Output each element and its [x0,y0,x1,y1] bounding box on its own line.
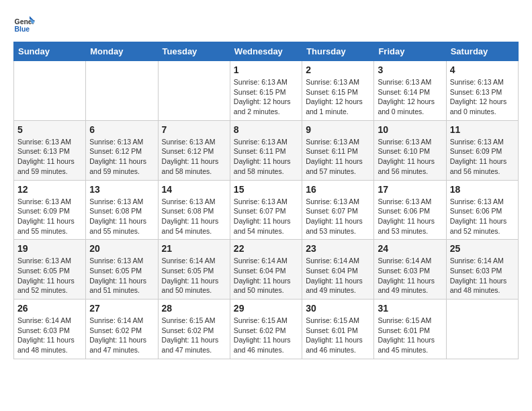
day-detail: Sunrise: 6:14 AMSunset: 6:05 PMDaylight:… [162,256,226,295]
weekday-header-thursday: Thursday [302,42,374,61]
day-number: 7 [162,124,226,135]
day-detail: Sunrise: 6:15 AMSunset: 6:02 PMDaylight:… [234,316,298,355]
day-number: 24 [378,243,442,254]
day-detail: Sunrise: 6:13 AMSunset: 6:13 PMDaylight:… [17,137,82,177]
day-cell: 1Sunrise: 6:13 AMSunset: 6:15 PMDaylight… [230,61,302,121]
day-cell: 6Sunrise: 6:13 AMSunset: 6:12 PMDaylight… [86,120,158,180]
day-cell: 8Sunrise: 6:13 AMSunset: 6:11 PMDaylight… [230,120,302,180]
day-number: 10 [378,124,442,135]
day-number: 15 [234,184,298,195]
day-detail: Sunrise: 6:13 AMSunset: 6:14 PMDaylight:… [378,77,442,117]
day-number: 5 [17,124,82,135]
logo: General Blue [13,13,35,35]
logo-icon: General Blue [13,13,35,35]
day-cell: 14Sunrise: 6:13 AMSunset: 6:08 PMDayligh… [158,180,230,240]
day-cell: 27Sunrise: 6:14 AMSunset: 6:02 PMDayligh… [86,300,158,359]
day-detail: Sunrise: 6:14 AMSunset: 6:04 PMDaylight:… [234,256,298,295]
day-cell: 30Sunrise: 6:15 AMSunset: 6:01 PMDayligh… [302,300,374,359]
day-number: 19 [17,243,82,254]
day-detail: Sunrise: 6:13 AMSunset: 6:15 PMDaylight:… [234,77,298,117]
weekday-header-row: SundayMondayTuesdayWednesdayThursdayFrid… [14,42,519,61]
day-detail: Sunrise: 6:15 AMSunset: 6:01 PMDaylight:… [306,316,370,355]
day-number: 17 [378,184,442,195]
page-header: General Blue [13,13,519,35]
day-number: 13 [89,184,154,195]
day-detail: Sunrise: 6:13 AMSunset: 6:07 PMDaylight:… [234,197,298,236]
day-detail: Sunrise: 6:13 AMSunset: 6:06 PMDaylight:… [450,197,515,236]
day-number: 8 [234,124,298,135]
weekday-header-sunday: Sunday [14,42,86,61]
day-cell: 12Sunrise: 6:13 AMSunset: 6:09 PMDayligh… [14,180,86,240]
day-cell [158,61,230,121]
day-cell: 23Sunrise: 6:14 AMSunset: 6:04 PMDayligh… [302,240,374,300]
day-detail: Sunrise: 6:13 AMSunset: 6:05 PMDaylight:… [89,256,154,295]
day-number: 9 [306,124,370,135]
day-cell: 25Sunrise: 6:14 AMSunset: 6:03 PMDayligh… [446,240,518,300]
day-cell: 29Sunrise: 6:15 AMSunset: 6:02 PMDayligh… [230,300,302,359]
day-number: 31 [378,303,442,314]
day-cell: 31Sunrise: 6:15 AMSunset: 6:01 PMDayligh… [374,300,446,359]
day-cell [14,61,86,121]
day-detail: Sunrise: 6:13 AMSunset: 6:08 PMDaylight:… [162,197,226,236]
week-row-3: 12Sunrise: 6:13 AMSunset: 6:09 PMDayligh… [14,180,519,240]
day-number: 1 [234,64,298,75]
day-detail: Sunrise: 6:13 AMSunset: 6:06 PMDaylight:… [378,197,442,236]
day-detail: Sunrise: 6:13 AMSunset: 6:10 PMDaylight:… [378,137,442,177]
day-detail: Sunrise: 6:13 AMSunset: 6:12 PMDaylight:… [89,137,154,177]
day-cell: 17Sunrise: 6:13 AMSunset: 6:06 PMDayligh… [374,180,446,240]
day-number: 12 [17,184,82,195]
weekday-header-wednesday: Wednesday [230,42,302,61]
day-cell [86,61,158,121]
day-detail: Sunrise: 6:14 AMSunset: 6:03 PMDaylight:… [17,316,82,355]
day-detail: Sunrise: 6:14 AMSunset: 6:04 PMDaylight:… [306,256,370,295]
day-cell: 10Sunrise: 6:13 AMSunset: 6:10 PMDayligh… [374,120,446,180]
day-number: 28 [162,303,226,314]
day-detail: Sunrise: 6:13 AMSunset: 6:12 PMDaylight:… [162,137,226,177]
day-cell: 24Sunrise: 6:14 AMSunset: 6:03 PMDayligh… [374,240,446,300]
day-number: 6 [89,124,154,135]
weekday-header-saturday: Saturday [446,42,518,61]
day-cell: 7Sunrise: 6:13 AMSunset: 6:12 PMDaylight… [158,120,230,180]
day-cell: 2Sunrise: 6:13 AMSunset: 6:15 PMDaylight… [302,61,374,121]
day-cell: 19Sunrise: 6:13 AMSunset: 6:05 PMDayligh… [14,240,86,300]
day-number: 25 [450,243,515,254]
day-detail: Sunrise: 6:13 AMSunset: 6:08 PMDaylight:… [89,197,154,236]
week-row-4: 19Sunrise: 6:13 AMSunset: 6:05 PMDayligh… [14,240,519,300]
day-cell: 13Sunrise: 6:13 AMSunset: 6:08 PMDayligh… [86,180,158,240]
day-cell: 3Sunrise: 6:13 AMSunset: 6:14 PMDaylight… [374,61,446,121]
day-number: 27 [89,303,154,314]
week-row-2: 5Sunrise: 6:13 AMSunset: 6:13 PMDaylight… [14,120,519,180]
day-cell: 28Sunrise: 6:15 AMSunset: 6:02 PMDayligh… [158,300,230,359]
day-cell: 5Sunrise: 6:13 AMSunset: 6:13 PMDaylight… [14,120,86,180]
day-detail: Sunrise: 6:13 AMSunset: 6:09 PMDaylight:… [450,137,515,177]
day-detail: Sunrise: 6:14 AMSunset: 6:03 PMDaylight:… [450,256,515,295]
day-detail: Sunrise: 6:13 AMSunset: 6:09 PMDaylight:… [17,197,82,236]
day-number: 23 [306,243,370,254]
day-cell: 21Sunrise: 6:14 AMSunset: 6:05 PMDayligh… [158,240,230,300]
day-number: 29 [234,303,298,314]
day-detail: Sunrise: 6:13 AMSunset: 6:11 PMDaylight:… [234,137,298,177]
day-detail: Sunrise: 6:13 AMSunset: 6:05 PMDaylight:… [17,256,82,295]
calendar-table: SundayMondayTuesdayWednesdayThursdayFrid… [13,42,519,359]
day-number: 21 [162,243,226,254]
day-cell: 20Sunrise: 6:13 AMSunset: 6:05 PMDayligh… [86,240,158,300]
weekday-header-tuesday: Tuesday [158,42,230,61]
day-cell: 9Sunrise: 6:13 AMSunset: 6:11 PMDaylight… [302,120,374,180]
day-cell: 22Sunrise: 6:14 AMSunset: 6:04 PMDayligh… [230,240,302,300]
day-number: 26 [17,303,82,314]
day-number: 20 [89,243,154,254]
day-detail: Sunrise: 6:13 AMSunset: 6:15 PMDaylight:… [306,77,370,117]
day-number: 2 [306,64,370,75]
weekday-header-monday: Monday [86,42,158,61]
day-cell [446,300,518,359]
day-detail: Sunrise: 6:14 AMSunset: 6:02 PMDaylight:… [89,316,154,355]
day-cell: 11Sunrise: 6:13 AMSunset: 6:09 PMDayligh… [446,120,518,180]
day-detail: Sunrise: 6:14 AMSunset: 6:03 PMDaylight:… [378,256,442,295]
day-number: 14 [162,184,226,195]
weekday-header-friday: Friday [374,42,446,61]
day-number: 30 [306,303,370,314]
day-number: 4 [450,64,515,75]
day-detail: Sunrise: 6:13 AMSunset: 6:07 PMDaylight:… [306,197,370,236]
day-cell: 18Sunrise: 6:13 AMSunset: 6:06 PMDayligh… [446,180,518,240]
week-row-5: 26Sunrise: 6:14 AMSunset: 6:03 PMDayligh… [14,300,519,359]
